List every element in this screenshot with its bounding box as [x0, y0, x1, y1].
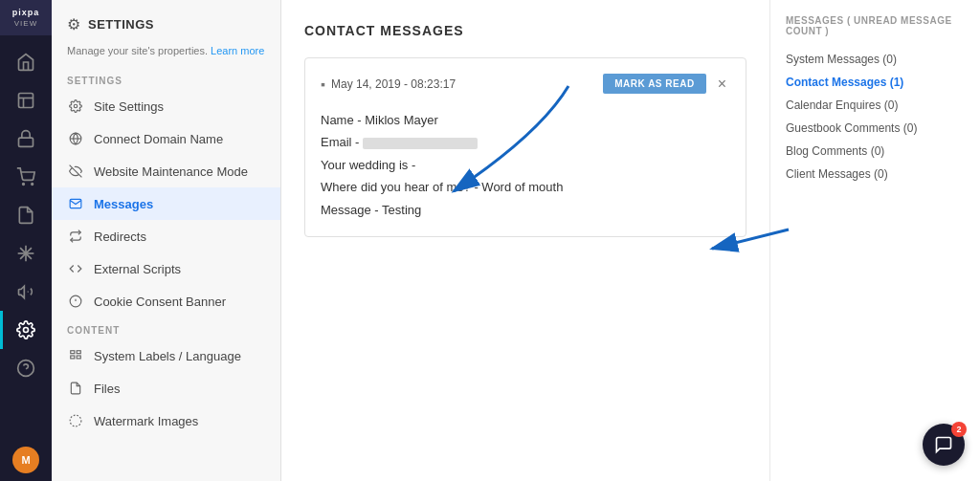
message-wedding: Your wedding is -: [321, 154, 730, 176]
nav-doc-icon[interactable]: [0, 196, 52, 234]
close-message-button[interactable]: ×: [714, 76, 730, 93]
message-card: ▪ May 14, 2019 - 08:23:17 MARK AS READ ×…: [304, 57, 746, 237]
globe-icon: [67, 130, 84, 147]
main-content: CONTACT MESSAGES ▪ May 14, 2019 - 08:23:…: [281, 0, 769, 481]
gear-icon: [67, 98, 84, 115]
logo-section: pixpa VIEW: [0, 0, 52, 35]
sidebar-item-watermark[interactable]: Watermark Images: [52, 404, 280, 437]
chat-button[interactable]: 2: [923, 424, 965, 466]
sidebar-label-connect-domain: Connect Domain Name: [94, 132, 223, 146]
eye-off-icon: [67, 163, 84, 180]
sidebar-label-cookie-consent: Cookie Consent Banner: [94, 295, 226, 309]
sidebar-header: ⚙ SETTINGS: [52, 15, 280, 45]
envelope-icon: [67, 195, 84, 212]
sidebar-label-watermark: Watermark Images: [94, 414, 198, 428]
sidebar-label-messages: Messages: [94, 197, 153, 211]
nav-megaphone-icon[interactable]: [0, 273, 52, 311]
message-type-item-calendar[interactable]: Calendar Enquires (0): [786, 94, 965, 117]
icon-bar: pixpa VIEW: [0, 0, 52, 481]
arrows-icon: [67, 228, 84, 245]
right-panel: MESSAGES ( UNREAD MESSAGE COUNT ) System…: [769, 0, 980, 481]
svg-point-4: [23, 184, 25, 186]
svg-point-5: [32, 184, 33, 186]
message-type-item-client[interactable]: Client Messages (0): [786, 163, 965, 186]
sidebar-item-cookie-consent[interactable]: Cookie Consent Banner: [52, 285, 280, 317]
nav-star-icon[interactable]: [0, 234, 52, 273]
settings-header-icon: ⚙: [67, 15, 80, 33]
icon-bar-bottom: M: [12, 447, 39, 481]
nav-layout-icon[interactable]: [0, 81, 52, 120]
user-avatar[interactable]: M: [12, 447, 39, 473]
svg-point-10: [24, 328, 29, 333]
sidebar-item-maintenance[interactable]: Website Maintenance Mode: [52, 155, 280, 187]
message-type-item-system[interactable]: System Messages (0): [786, 48, 965, 71]
sidebar-item-messages[interactable]: Messages: [52, 187, 280, 220]
nav-cart-icon[interactable]: [0, 158, 52, 196]
message-card-header: ▪ May 14, 2019 - 08:23:17 MARK AS READ ×: [321, 74, 730, 94]
message-name: Name - Miklos Mayer: [321, 109, 730, 131]
sidebar-label-redirects: Redirects: [94, 230, 146, 244]
nav-lock-icon[interactable]: [0, 120, 52, 158]
message-hear: Where did you hear of me? - Word of mout…: [321, 176, 730, 198]
message-actions: MARK AS READ ×: [603, 74, 730, 94]
svg-rect-22: [71, 356, 75, 359]
svg-point-24: [70, 415, 81, 426]
file-icon: [67, 380, 84, 397]
sidebar-item-files[interactable]: Files: [52, 372, 280, 404]
sidebar-label-external-scripts: External Scripts: [94, 262, 181, 276]
sidebar-title: SETTINGS: [88, 17, 154, 32]
sidebar-item-redirects[interactable]: Redirects: [52, 220, 280, 252]
message-text: Message - Testing: [321, 199, 730, 221]
email-blurred: [363, 138, 478, 149]
pixpa-logo: pixpa: [12, 8, 40, 17]
svg-point-13: [74, 104, 78, 108]
sidebar-label-site-settings: Site Settings: [94, 99, 164, 114]
sidebar-label-maintenance: Website Maintenance Mode: [94, 164, 248, 179]
svg-rect-3: [19, 138, 33, 146]
grid-icon: [67, 347, 84, 364]
sidebar-subtitle: Manage your site's properties. Learn mor…: [52, 45, 280, 68]
sidebar-label-system-labels: System Labels / Language: [94, 349, 241, 363]
sidebar: ⚙ SETTINGS Manage your site's properties…: [52, 0, 281, 481]
message-type-item-blog[interactable]: Blog Comments (0): [786, 140, 965, 163]
svg-rect-21: [77, 351, 80, 354]
nav-help-icon[interactable]: [0, 349, 52, 387]
nav-settings-icon[interactable]: [0, 311, 52, 349]
message-type-item-guestbook[interactable]: Guestbook Comments (0): [786, 117, 965, 140]
message-type-item-contact[interactable]: Contact Messages (1): [786, 71, 965, 94]
learn-more-link[interactable]: Learn more: [211, 45, 264, 56]
message-date: ▪ May 14, 2019 - 08:23:17: [321, 77, 456, 92]
chat-badge: 2: [951, 422, 967, 437]
sidebar-item-connect-domain[interactable]: Connect Domain Name: [52, 122, 280, 155]
mark-as-read-button[interactable]: MARK AS READ: [603, 74, 705, 94]
calendar-icon: ▪: [321, 77, 325, 92]
settings-section-label: SETTINGS: [52, 68, 280, 90]
sidebar-item-site-settings[interactable]: Site Settings: [52, 90, 280, 122]
nav-home-icon[interactable]: [0, 43, 52, 81]
right-panel-title: MESSAGES ( UNREAD MESSAGE COUNT ): [786, 15, 965, 36]
svg-rect-20: [71, 351, 75, 354]
main-wrapper: CONTACT MESSAGES ▪ May 14, 2019 - 08:23:…: [281, 0, 980, 481]
page-title: CONTACT MESSAGES: [304, 23, 746, 38]
content-section-label: CONTENT: [52, 317, 280, 339]
sidebar-item-system-labels[interactable]: System Labels / Language: [52, 339, 280, 372]
message-email: Email -: [321, 131, 730, 153]
svg-rect-23: [77, 356, 80, 359]
svg-rect-0: [19, 94, 33, 108]
circle-dotted-icon: [67, 412, 84, 429]
icon-bar-nav: [0, 35, 52, 447]
sidebar-item-external-scripts[interactable]: External Scripts: [52, 252, 280, 285]
info-icon: [67, 293, 84, 310]
view-label: VIEW: [14, 19, 37, 28]
sidebar-label-files: Files: [94, 382, 120, 396]
code-icon: [67, 260, 84, 277]
message-body: Name - Miklos Mayer Email - Your wedding…: [321, 109, 730, 221]
